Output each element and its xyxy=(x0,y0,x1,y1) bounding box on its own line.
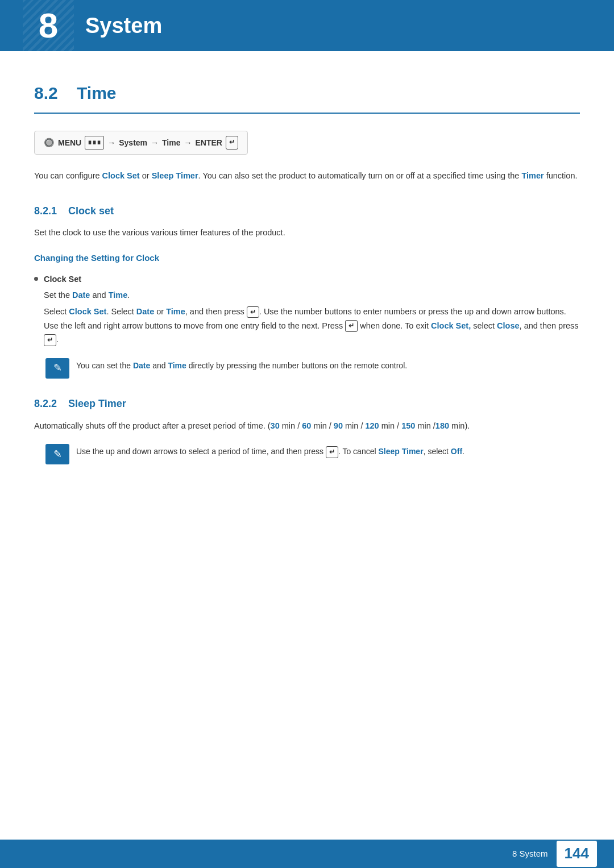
enter-key-2: ↵ xyxy=(345,320,358,332)
time-150: 150 xyxy=(401,421,415,430)
enter-icon: ↵ xyxy=(226,136,238,149)
sleep-note-icon xyxy=(45,444,69,464)
note-text: You can set the Date and Time directly b… xyxy=(76,358,407,372)
note-icon xyxy=(45,358,69,379)
sleep-timer-note: Use the up and down arrows to select a p… xyxy=(45,444,580,464)
subsection-821-text: Clock set xyxy=(68,205,114,217)
arrow1: → xyxy=(107,136,115,149)
off-hl: Off xyxy=(451,447,462,456)
page-number: 144 xyxy=(557,841,597,867)
bullet-label: Clock Set xyxy=(44,273,580,286)
subsection-822-text: Sleep Timer xyxy=(68,398,126,409)
menu-symbol: ∎∎∎ xyxy=(85,136,104,149)
chapter-number-box: 8 xyxy=(23,0,74,51)
enter-key-sleep: ↵ xyxy=(326,446,338,458)
bullet-content: Clock Set Set the Date and Time. Select … xyxy=(44,273,580,347)
arrow3: → xyxy=(184,136,192,149)
clock-set-item: Clock Set Set the Date and Time. Select … xyxy=(34,273,580,347)
chapter-title: System xyxy=(85,9,162,43)
footer-label: 8 System xyxy=(512,847,548,861)
subsection-822-title: 8.2.2 Sleep Timer xyxy=(34,396,580,412)
time-180: 180 xyxy=(435,421,449,430)
time-hl-2: Time xyxy=(166,307,185,316)
changing-setting-heading: Changing the Setting for Clock xyxy=(34,251,580,265)
section-number: 8.2 xyxy=(34,84,58,102)
bullet-line1: Set the Date and Time. xyxy=(44,288,580,302)
nav-time: Time xyxy=(162,136,180,149)
time-hl-1: Time xyxy=(109,290,128,300)
clock-set-note: You can set the Date and Time directly b… xyxy=(45,358,580,379)
subsection-822: 8.2.2 Sleep Timer Automatically shuts of… xyxy=(34,396,580,464)
page-footer: 8 System 144 xyxy=(0,840,614,868)
clock-set-list: Clock Set Set the Date and Time. Select … xyxy=(34,273,580,347)
menu-label: MENU xyxy=(58,136,81,149)
sleep-timer-hl: Sleep Timer xyxy=(152,171,198,180)
clock-set-exit-hl: Clock Set, xyxy=(431,321,471,330)
section-heading-text: Time xyxy=(77,84,116,102)
close-hl: Close xyxy=(497,321,520,330)
bullet-body-text: Select Clock Set. Select Date or Time, a… xyxy=(44,305,580,347)
subsection-822-desc: Automatically shuts off the product afte… xyxy=(34,419,580,433)
bullet-dot xyxy=(34,277,38,281)
chapter-number: 8 xyxy=(39,0,58,54)
time-90: 90 xyxy=(334,421,343,430)
sleep-note-text: Use the up and down arrows to select a p… xyxy=(76,444,464,458)
enter-key-1: ↵ xyxy=(247,306,259,318)
subsection-821-title: 8.2.1 Clock set xyxy=(34,203,580,219)
time-30: 30 xyxy=(271,421,280,430)
nav-enter: ENTER xyxy=(195,136,222,149)
subsection-821-number: 8.2.1 xyxy=(34,205,57,217)
nav-path: 🔘 MENU ∎∎∎ → System → Time → ENTER ↵ xyxy=(34,131,248,155)
section-title: 8.2 Time xyxy=(34,80,580,114)
intro-paragraph: You can configure Clock Set or Sleep Tim… xyxy=(34,169,580,183)
subsection-822-number: 8.2.2 xyxy=(34,398,57,409)
main-content: 8.2 Time 🔘 MENU ∎∎∎ → System → Time → EN… xyxy=(0,51,614,524)
menu-icon: 🔘 xyxy=(44,136,55,149)
subsection-821: 8.2.1 Clock set Set the clock to use the… xyxy=(34,203,580,379)
clock-set-hl: Clock Set xyxy=(102,171,140,180)
clock-set-hl-2: Clock Set xyxy=(69,307,106,316)
timer-hl: Timer xyxy=(521,171,544,180)
date-hl-1: Date xyxy=(72,290,90,300)
sleep-timer-hl-note: Sleep Timer xyxy=(378,447,423,456)
nav-system: System xyxy=(119,136,147,149)
subsection-821-desc: Set the clock to use the various various… xyxy=(34,226,580,240)
time-60: 60 xyxy=(302,421,311,430)
date-hl-note: Date xyxy=(133,361,150,370)
arrow2: → xyxy=(151,136,159,149)
time-hl-note: Time xyxy=(168,361,186,370)
time-120: 120 xyxy=(365,421,379,430)
date-hl-2: Date xyxy=(136,307,154,316)
enter-key-3: ↵ xyxy=(44,334,56,346)
chapter-header: 8 System xyxy=(0,0,614,51)
